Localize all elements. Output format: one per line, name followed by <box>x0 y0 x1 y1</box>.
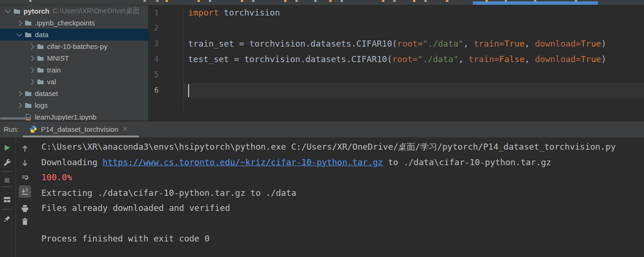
run-tab-title: P14_dataset_torchvision <box>41 125 118 133</box>
console-output: C:\Users\XR\anaconda3\envs\hsipytorch\py… <box>41 139 644 257</box>
scroll-to-end-icon[interactable] <box>21 187 29 196</box>
tree-item-label: MNIST <box>47 54 69 62</box>
chevron-right-icon[interactable] <box>16 20 22 25</box>
settings-icon[interactable] <box>3 158 11 167</box>
navigate-down-icon[interactable] <box>21 159 29 167</box>
tree-item-.ipynb-checkpoints[interactable]: .ipynb_checkpoints <box>0 17 148 29</box>
run-panel-label: Run: <box>4 125 19 133</box>
tree-item-train[interactable]: train <box>0 64 148 76</box>
tab-icon-fragment <box>156 0 159 2</box>
folder-icon <box>24 102 32 109</box>
restore-layout-icon[interactable] <box>3 195 11 204</box>
clear-icon[interactable] <box>21 217 29 226</box>
console-text: to ./data\cifar-10-python.tar.gz <box>383 157 551 167</box>
toolbar-divider <box>1 209 13 209</box>
tree-item-data[interactable]: data <box>0 29 148 40</box>
tree-item-pytorch[interactable]: pytorchC:\Users\XR\OneDrive\桌面 <box>0 5 148 17</box>
chevron-right-icon[interactable] <box>29 44 34 49</box>
tab-icon-fragment <box>198 0 200 2</box>
python-file-icon <box>29 125 37 133</box>
chevron-right-icon[interactable] <box>29 56 34 61</box>
line-number[interactable]: 3 <box>149 40 159 48</box>
pin-icon[interactable] <box>3 215 11 223</box>
project-tool-window: pytorchC:\Users\XR\OneDrive\桌面.ipynb_che… <box>0 5 149 120</box>
code-text: train_set = torchvision.datasets.CIFAR10… <box>188 39 606 48</box>
editor-tab-bar <box>0 0 644 5</box>
console-text: Downloading <box>41 157 103 167</box>
console-text: C:\Users\XR\anaconda3\envs\hsipytorch\py… <box>41 142 616 152</box>
tab-icon-fragment <box>534 0 536 2</box>
code-line-6[interactable]: 6 <box>149 83 644 98</box>
line-number[interactable]: 4 <box>149 55 159 64</box>
current-line-highlight <box>184 83 644 98</box>
pycharm-window: pytorchC:\Users\XR\OneDrive\桌面.ipynb_che… <box>0 0 644 257</box>
print-icon[interactable] <box>21 204 29 213</box>
tab-icon-fragment <box>295 0 298 2</box>
console-line: Downloading https://www.cs.toronto.edu/~… <box>41 155 644 170</box>
chevron-right-icon[interactable] <box>16 103 22 108</box>
tab-icon-fragment <box>241 0 243 2</box>
tree-item-label: .ipynb_checkpoints <box>35 19 95 27</box>
tree-item-label: dataset <box>35 89 58 97</box>
stop-icon[interactable] <box>3 176 11 185</box>
navigate-up-icon[interactable] <box>21 145 29 153</box>
rerun-icon[interactable] <box>3 144 11 152</box>
tab-icon-fragment <box>413 0 415 2</box>
chevron-right-icon[interactable] <box>29 67 34 72</box>
console-text: Files already downloaded and verified <box>41 203 230 213</box>
tree-item-label: val <box>47 78 56 86</box>
run-tool-window: Run: P14_dataset_torchvision × C:\Users\… <box>0 120 644 257</box>
tree-item-logs[interactable]: logs <box>0 99 148 111</box>
line-number[interactable]: 1 <box>149 8 159 17</box>
tree-item-dataset[interactable]: dataset <box>0 88 148 99</box>
tab-icon-fragment <box>505 0 507 2</box>
progress-percent: 100.0% <box>41 172 72 182</box>
tree-item-mnist[interactable]: MNIST <box>0 52 148 64</box>
tree-item-cifar-10-batches-py[interactable]: cifar-10-batches-py <box>0 40 148 52</box>
tree-item-label: logs <box>35 101 48 109</box>
chevron-right-icon[interactable] <box>29 79 34 84</box>
tree-item-label: data <box>35 31 48 39</box>
console-text: Process finished with exit code 0 <box>41 233 210 243</box>
tree-item-label: train <box>47 66 61 74</box>
console-text: Extracting ./data\cifar-10-python.tar.gz… <box>41 188 296 198</box>
close-icon[interactable]: × <box>123 124 127 134</box>
run-panel-header: Run: P14_dataset_torchvision × <box>0 121 644 137</box>
toolbar-divider <box>1 186 13 187</box>
tab-icon-fragment <box>424 0 427 2</box>
code-line-2[interactable]: 2 <box>149 21 644 36</box>
active-tab-indicator[interactable] <box>473 1 598 5</box>
toolbar-separator <box>16 138 16 257</box>
code-text: test_set = torchvision.datasets.CIFAR10(… <box>188 54 606 64</box>
console-line: C:\Users\XR\anaconda3\envs\hsipytorch\py… <box>41 139 644 155</box>
tree-item-val[interactable]: val <box>0 76 148 88</box>
project-path: C:\Users\XR\OneDrive\桌面 <box>53 7 140 16</box>
project-tree-hscrollbar[interactable] <box>0 117 31 120</box>
chevron-right-icon[interactable] <box>16 91 22 96</box>
tab-icon-fragment <box>446 0 448 2</box>
line-number[interactable]: 5 <box>149 71 159 79</box>
code-line-1[interactable]: 1import torchvision <box>149 5 644 21</box>
tab-icon-fragment <box>575 0 577 2</box>
console-line: Process finished with exit code 0 <box>41 231 644 247</box>
line-number[interactable]: 6 <box>149 86 159 95</box>
chevron-down-icon[interactable] <box>16 31 22 36</box>
code-editor[interactable]: 1import torchvision23train_set = torchvi… <box>149 5 644 120</box>
code-line-5[interactable]: 5 <box>149 67 644 83</box>
tab-icon-fragment <box>485 0 488 2</box>
tab-icon-fragment <box>284 0 286 2</box>
code-text: import torchvision <box>188 8 280 17</box>
code-line-3[interactable]: 3train_set = torchvision.datasets.CIFAR1… <box>149 36 644 52</box>
soft-wrap-icon[interactable] <box>21 174 29 182</box>
console-line: 100.0% <box>41 170 644 185</box>
line-number[interactable]: 2 <box>149 24 159 32</box>
download-url-link[interactable]: https://www.cs.toronto.edu/~kriz/cifar-1… <box>103 157 383 167</box>
code-line-4[interactable]: 4test_set = torchvision.datasets.CIFAR10… <box>149 52 644 67</box>
tree-item-label: cifar-10-batches-py <box>47 42 107 50</box>
tab-icon-fragment <box>393 0 396 2</box>
tab-icon-fragment <box>329 0 332 2</box>
folder-icon <box>37 43 44 50</box>
folder-icon <box>24 19 32 27</box>
run-tab[interactable]: P14_dataset_torchvision × <box>24 121 132 137</box>
chevron-down-icon[interactable] <box>5 8 10 13</box>
